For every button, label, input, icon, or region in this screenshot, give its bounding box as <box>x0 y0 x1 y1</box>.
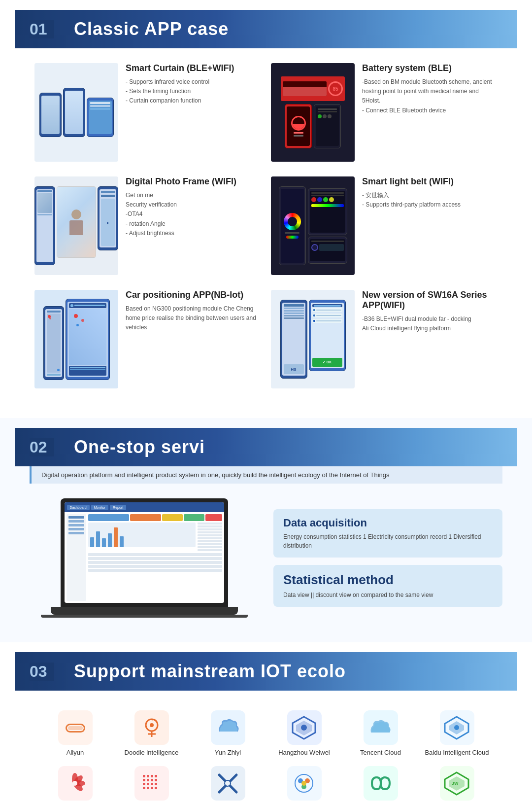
svg-rect-22 <box>143 783 145 785</box>
case-image-car <box>34 290 118 388</box>
svg-rect-24 <box>151 783 153 785</box>
section-iot-ecosystem: 03 Support mainstream IOT ecolo Aliyun <box>0 642 532 803</box>
eco-oppo: Oppo cloud <box>345 766 416 803</box>
svg-point-7 <box>301 725 307 731</box>
case-desc-battery: -Based on BM module Bluetooth scheme, an… <box>362 77 498 115</box>
case-image-smart-curtain <box>34 63 118 162</box>
eco-icon-doodle <box>134 710 169 745</box>
svg-point-37 <box>301 781 306 786</box>
eco-icon-tmall <box>134 766 169 801</box>
data-acquisition-card: Data acquisition Energy consumption stat… <box>273 509 502 558</box>
eco-label-tencent: Tencent Cloud <box>360 749 401 756</box>
eco-icon-aliyun <box>58 710 93 745</box>
case-info-light: Smart light belt (WIFI) - 安世输入 - Support… <box>362 176 498 209</box>
eco-aliyun: Aliyun <box>39 710 111 756</box>
laptop-wrapper: Dashboard Monitor Report <box>30 498 259 618</box>
svg-rect-26 <box>143 787 145 789</box>
case-light-belt: Smart light belt (WIFI) - 安世输入 - Support… <box>271 176 498 275</box>
statistical-method-desc: Data view || discount view on compared t… <box>283 591 493 599</box>
subtitle-text: Digital operation platform and intellige… <box>41 471 390 479</box>
section-1-header: 01 Classic APP case <box>15 10 517 48</box>
eco-google: 谷歌之家 <box>268 766 340 803</box>
case-info-smart-curtain: Smart Curtain (BLE+WIFI) - Supports infr… <box>126 63 261 106</box>
data-acquisition-title: Data acquisition <box>283 517 493 529</box>
case-desc-sw16a: -B36 BLE+WIFI dual module far - docking … <box>362 314 498 333</box>
bar-blue <box>88 514 130 521</box>
case-info-battery: Battery system (BLE) -Based on BM module… <box>362 63 498 115</box>
statistical-method-card: Statistical method Data view || discount… <box>273 565 502 607</box>
screen-main <box>88 514 222 601</box>
screen-body <box>65 512 224 603</box>
section-3-header: 03 Support mainstream IOT ecolo <box>15 652 517 691</box>
case-smart-curtain: Smart Curtain (BLE+WIFI) - Supports infr… <box>34 63 261 162</box>
svg-rect-29 <box>155 787 157 789</box>
section-one-stop: 02 One-stop servi Digital operation plat… <box>0 418 532 642</box>
ecosystem-grid: Aliyun Doodle intelligence <box>39 710 493 803</box>
svg-rect-23 <box>147 783 149 785</box>
svg-rect-15 <box>147 775 149 777</box>
screen-tab-2: Monitor <box>91 505 108 510</box>
svg-rect-27 <box>147 787 149 789</box>
eco-label-doodle: Doodle intelligence <box>125 749 179 756</box>
section-3-number: 03 <box>30 663 54 681</box>
svg-point-8 <box>454 725 459 730</box>
eco-label-baidu: Baidu Intelligent Cloud <box>425 749 489 756</box>
svg-rect-21 <box>155 779 157 781</box>
eco-icon-tencent <box>364 710 398 745</box>
eco-hangzhou: Hangzhou Weiwei <box>268 710 340 756</box>
eco-label-aliyun: Aliyun <box>66 749 84 756</box>
service-content: Dashboard Monitor Report <box>30 498 502 618</box>
svg-rect-16 <box>151 775 153 777</box>
svg-rect-14 <box>143 775 145 777</box>
case-title-smart-curtain: Smart Curtain (BLE+WIFI) <box>126 63 261 73</box>
bar-red <box>205 514 222 521</box>
eco-icon-baidu <box>440 710 474 745</box>
eco-tencent: Tencent Cloud <box>345 710 416 756</box>
case-title-car: Car positioning APP(NB-lot) <box>126 290 261 300</box>
eco-yunzhiyi: Yun Zhiyi <box>192 710 264 756</box>
data-cards: Data acquisition Energy consumption stat… <box>273 509 502 607</box>
statistical-method-title: Statistical method <box>283 572 493 588</box>
laptop-foot <box>41 615 248 618</box>
svg-point-6 <box>150 723 154 727</box>
case-car-positioning: Car positioning APP(NB-lot) Based on NG3… <box>34 290 261 388</box>
eco-jwing: JW JWing Telecom Internet of Things <box>421 766 493 803</box>
section-3-title: Support mainstream IOT ecolo <box>74 661 346 682</box>
case-info-sw16a: New version of SW16A Series APP(WIFI) -B… <box>362 290 498 333</box>
section-1-number: 01 <box>30 20 54 38</box>
svg-rect-19 <box>147 779 149 781</box>
case-image-light <box>271 176 355 275</box>
eco-icon-iflytek <box>211 766 245 801</box>
svg-rect-25 <box>155 783 157 785</box>
svg-text:JW: JW <box>452 781 459 786</box>
section-classic-app: 01 Classic APP case <box>0 0 532 418</box>
case-title-sw16a: New version of SW16A Series APP(WIFI) <box>362 290 498 311</box>
eco-icon-yunzhiyi <box>211 710 245 745</box>
bar-orange <box>130 514 161 521</box>
svg-rect-17 <box>155 775 157 777</box>
section-2-title: One-stop servi <box>74 437 205 457</box>
eco-icon-huawei <box>58 766 93 801</box>
svg-rect-28 <box>151 787 153 789</box>
laptop-base <box>51 607 238 615</box>
svg-rect-18 <box>143 779 145 781</box>
case-title-battery: Battery system (BLE) <box>362 63 498 73</box>
laptop-screen: Dashboard Monitor Report <box>65 502 224 603</box>
eco-icon-jwing: JW <box>440 766 474 801</box>
case-title-light: Smart light belt (WIFI) <box>362 176 498 187</box>
screen-sidebar <box>66 514 86 601</box>
case-digital-photo: ▶ Digital Photo Frame (WIFI) Get on me S… <box>34 176 261 275</box>
case-image-digital: ▶ <box>34 176 118 275</box>
eco-doodle: Doodle intelligence <box>116 710 187 756</box>
eco-label-yunzhiyi: Yun Zhiyi <box>215 749 241 756</box>
eco-tmall: Tmall Genie <box>116 766 187 803</box>
case-info-car: Car positioning APP(NB-lot) Based on NG3… <box>126 290 261 333</box>
eco-icon-oppo <box>364 766 398 801</box>
case-info-digital: Digital Photo Frame (WIFI) Get on me Sec… <box>126 176 261 238</box>
eco-label-hangzhou: Hangzhou Weiwei <box>278 749 330 756</box>
case-title-digital: Digital Photo Frame (WIFI) <box>126 176 261 187</box>
section-2-subtitle: Digital operation platform and intellige… <box>30 466 502 484</box>
section-2-header: 02 One-stop servi <box>15 428 517 466</box>
section-1-title: Classic APP case <box>74 19 229 39</box>
laptop-image: Dashboard Monitor Report <box>61 498 228 607</box>
